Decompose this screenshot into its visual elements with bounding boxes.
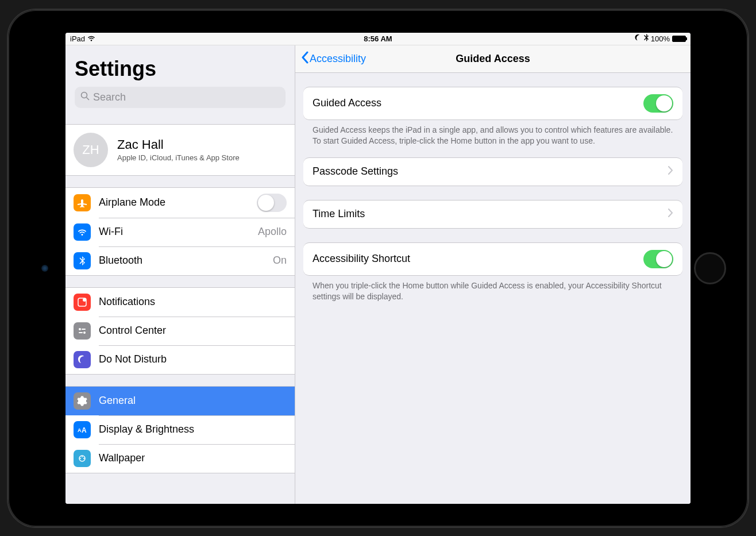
row-label: Time Limits [313,208,662,220]
profile-name: Zac Hall [117,137,240,152]
sidebar-item-profile[interactable]: ZH Zac Hall Apple ID, iCloud, iTunes & A… [65,125,295,175]
wifi-value: Apollo [258,226,287,238]
chevron-left-icon [301,51,308,67]
row-accessibility-shortcut[interactable]: Accessibility Shortcut [303,243,682,275]
sidebar-item-airplane[interactable]: Airplane Mode [65,188,295,218]
search-input[interactable]: Search [75,87,286,108]
airplane-toggle[interactable] [257,194,287,212]
row-label: General [99,395,287,407]
home-button[interactable] [694,252,726,284]
row-label: Bluetooth [99,254,265,267]
sidebar-item-display[interactable]: AA Display & Brightness [65,415,295,444]
row-label: Airplane Mode [99,196,249,209]
svg-point-13 [80,458,81,459]
dnd-icon [635,34,642,43]
svg-line-1 [87,97,90,100]
battery-percent: 100% [651,34,670,43]
battery-icon [672,36,686,42]
status-bar: iPad 8:56 AM 100% [65,33,691,45]
row-label: Do Not Disturb [99,353,287,365]
svg-point-6 [83,331,86,334]
row-label: Wallpaper [99,452,287,464]
airplane-icon [74,194,91,211]
sidebar: Settings Search ZH Zac Hall Apple ID, iC… [65,45,295,504]
svg-point-12 [83,458,84,459]
row-label: Display & Brightness [99,423,287,435]
sidebar-item-bluetooth[interactable]: Bluetooth On [65,246,295,275]
device-label: iPad [70,34,85,43]
screen: iPad 8:56 AM 100% Setting [65,33,691,504]
shortcut-footer: When you triple-click the Home button wh… [295,276,691,313]
dnd-settings-icon [74,351,91,368]
bluetooth-value: On [273,254,287,267]
wifi-icon [87,34,95,43]
avatar: ZH [74,133,108,167]
sidebar-item-wallpaper[interactable]: Wallpaper [65,444,295,473]
svg-rect-5 [82,329,86,330]
row-label: Control Center [99,325,287,337]
accessibility-shortcut-toggle[interactable] [643,250,673,268]
detail-pane: Accessibility Guided Access Guided Acces… [295,45,691,504]
ipad-frame: iPad 8:56 AM 100% Setting [8,10,748,527]
bluetooth-settings-icon [74,252,91,269]
sidebar-item-control-center[interactable]: Control Center [65,317,295,345]
back-button[interactable]: Accessibility [301,51,366,67]
svg-text:A: A [82,426,87,433]
sidebar-item-general[interactable]: General [65,387,295,415]
search-placeholder: Search [93,91,126,103]
row-label: Accessibility Shortcut [313,253,638,265]
row-label: Wi-Fi [99,226,250,238]
row-time-limits[interactable]: Time Limits [303,200,682,228]
bluetooth-icon [644,34,649,43]
row-passcode-settings[interactable]: Passcode Settings [303,158,682,186]
svg-point-11 [82,456,83,457]
notifications-icon [74,294,91,311]
front-camera [41,265,48,272]
status-time: 8:56 AM [364,34,392,43]
chevron-right-icon [668,165,673,178]
svg-point-4 [79,328,81,330]
sidebar-item-notifications[interactable]: Notifications [65,288,295,317]
page-title: Settings [75,57,286,81]
display-icon: AA [74,421,91,438]
search-icon [80,91,90,103]
chevron-right-icon [668,208,673,220]
back-label: Accessibility [310,53,366,65]
row-label: Passcode Settings [313,165,662,178]
general-icon [74,392,91,410]
sidebar-item-wifi[interactable]: Wi-Fi Apollo [65,218,295,246]
guided-access-footer: Guided Access keeps the iPad in a single… [295,120,691,157]
nav-bar: Accessibility Guided Access [295,45,691,73]
control-center-icon [74,322,91,340]
guided-access-toggle[interactable] [643,94,673,113]
sidebar-item-dnd[interactable]: Do Not Disturb [65,345,295,374]
svg-text:A: A [78,427,82,433]
wifi-settings-icon [74,223,91,241]
svg-point-3 [83,298,86,302]
svg-point-0 [82,92,87,98]
wallpaper-icon [74,450,91,467]
profile-sub: Apple ID, iCloud, iTunes & App Store [117,153,240,162]
row-label: Guided Access [313,97,638,109]
row-guided-access[interactable]: Guided Access [303,87,682,119]
row-label: Notifications [99,296,287,308]
svg-rect-7 [79,332,83,333]
